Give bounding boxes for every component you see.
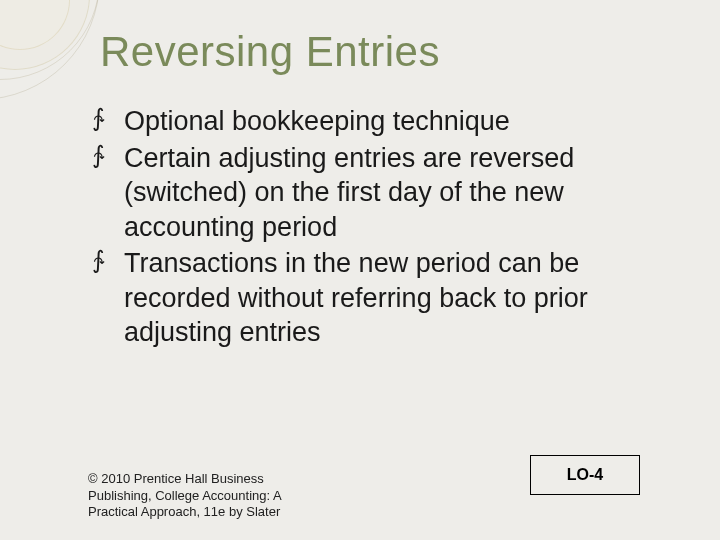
bullet-glyph-icon: ∱ xyxy=(92,248,105,272)
copyright-text: © 2010 Prentice Hall Business Publishing… xyxy=(88,471,318,520)
bullet-item: ∱ Certain adjusting entries are reversed… xyxy=(124,141,680,245)
slide-title: Reversing Entries xyxy=(100,28,680,76)
bullet-item: ∱ Transactions in the new period can be … xyxy=(124,246,680,350)
bullet-text: Transactions in the new period can be re… xyxy=(124,248,588,347)
bullet-glyph-icon: ∱ xyxy=(92,106,105,130)
slide-content: Reversing Entries ∱ Optional bookkeeping… xyxy=(0,0,720,540)
bullet-text: Certain adjusting entries are reversed (… xyxy=(124,143,574,242)
bullet-item: ∱ Optional bookkeeping technique xyxy=(124,104,680,139)
learning-objective-badge: LO-4 xyxy=(530,455,640,495)
bullet-text: Optional bookkeeping technique xyxy=(124,106,510,136)
bullet-glyph-icon: ∱ xyxy=(92,143,105,167)
bullet-list: ∱ Optional bookkeeping technique ∱ Certa… xyxy=(100,104,680,350)
learning-objective-label: LO-4 xyxy=(567,466,603,484)
